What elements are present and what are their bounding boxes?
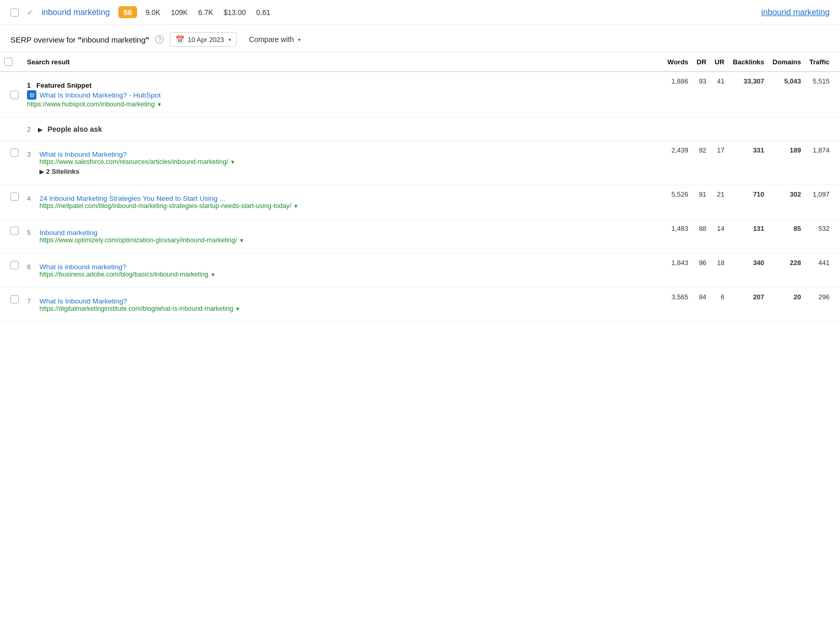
dr-cell: 96 (693, 254, 711, 288)
dr-cell: 92 (693, 141, 711, 185)
col-dr-header: DR (693, 52, 711, 72)
url-dropdown-icon[interactable]: ▼ (157, 102, 162, 107)
url-dropdown-icon[interactable]: ▼ (230, 159, 235, 165)
row-checkbox[interactable] (10, 227, 19, 235)
result-content-cell: 1 Featured Snippet ▤ What Is Inbound Mar… (23, 72, 663, 118)
table-row: 2 ▶ People also ask (0, 118, 840, 141)
row-number: 7 (27, 297, 34, 305)
dr-cell: 88 (693, 219, 711, 254)
words-cell: 5,526 (663, 185, 693, 219)
dr-cell: 93 (693, 72, 711, 118)
domains-cell[interactable]: 302 (768, 185, 805, 219)
featured-icon: ▤ (27, 90, 36, 100)
compare-dropdown-arrow: ▾ (298, 37, 301, 43)
domains-cell[interactable]: 85 (768, 219, 805, 254)
top-row-keyword-link[interactable]: inbound marketing (42, 8, 110, 17)
result-title-link[interactable]: What Is Inbound Marketing? - HubSpot (39, 91, 160, 99)
calendar-icon: 📅 (175, 35, 184, 44)
traffic-cell: 1,097 (805, 185, 840, 219)
compare-label: Compare with (249, 35, 294, 44)
domains-cell[interactable]: 189 (768, 141, 805, 185)
score-badge: 56 (118, 6, 138, 18)
url-dropdown-icon[interactable]: ▼ (293, 203, 299, 209)
ur-cell: 18 (711, 254, 729, 288)
result-url: https://www.hubspot.com/inbound-marketin… (27, 101, 155, 108)
header-checkbox[interactable] (4, 58, 12, 66)
expand-arrow-icon[interactable]: ▶ (39, 168, 44, 175)
row-checkbox[interactable] (10, 192, 19, 201)
backlinks-cell[interactable]: 340 (728, 254, 768, 288)
date-picker[interactable]: 📅 10 Apr 2023 ▾ (170, 32, 236, 47)
result-title-link[interactable]: What is inbound marketing? (39, 263, 215, 271)
serp-title: SERP overview for "inbound marketing" (10, 35, 149, 44)
table-row: 6 What is inbound marketing? https://bus… (0, 254, 840, 288)
url-dropdown-icon[interactable]: ▼ (210, 272, 215, 278)
top-row-checkbox[interactable] (10, 8, 19, 17)
backlinks-cell[interactable]: 33,307 (728, 72, 768, 118)
dr-cell: 84 (693, 288, 711, 322)
words-cell: 1,843 (663, 254, 693, 288)
backlinks-cell[interactable]: 131 (728, 219, 768, 254)
ur-cell: 41 (711, 72, 729, 118)
ur-cell: 17 (711, 141, 729, 185)
domains-cell[interactable]: 20 (768, 288, 805, 322)
row-number: 6 (27, 263, 34, 271)
domains-cell[interactable]: 228 (768, 254, 805, 288)
words-cell: 1,483 (663, 219, 693, 254)
traffic-cell: 532 (805, 219, 840, 254)
result-url: https://neilpatel.com/blog/inbound-marke… (39, 202, 291, 210)
row-checkbox[interactable] (10, 261, 19, 269)
table-row: 5 Inbound marketing https://www.optimize… (0, 219, 840, 254)
compare-with-button[interactable]: Compare with ▾ (243, 33, 307, 46)
col-checkbox-header (0, 52, 23, 72)
results-table: Search result Words DR UR Backlinks Doma… (0, 52, 840, 322)
backlinks-cell[interactable]: 331 (728, 141, 768, 185)
url-dropdown-icon[interactable]: ▼ (239, 238, 244, 243)
checkmark-icon: ✓ (27, 8, 33, 17)
dr-cell: 91 (693, 185, 711, 219)
stat-com: 0.61 (256, 8, 270, 17)
col-ur-header: UR (711, 52, 729, 72)
backlinks-cell[interactable]: 710 (728, 185, 768, 219)
people-ask-cell: 2 ▶ People also ask (23, 118, 840, 141)
row-number: 5 (27, 229, 34, 237)
result-title-link[interactable]: Inbound marketing (39, 229, 244, 237)
url-dropdown-icon[interactable]: ▼ (235, 306, 240, 312)
date-value: 10 Apr 2023 (187, 36, 224, 44)
row-checkbox-cell (0, 72, 23, 118)
featured-snippet-label: 1 Featured Snippet (27, 81, 659, 89)
people-also-ask-label: People also ask (47, 125, 102, 133)
stat-kd: 6.7K (198, 8, 213, 17)
result-title-link[interactable]: What is Inbound Marketing? (39, 150, 235, 158)
col-search-result-header: Search result (23, 52, 663, 72)
backlinks-cell[interactable]: 207 (728, 288, 768, 322)
result-content-cell: 3 What is Inbound Marketing? https://www… (23, 141, 663, 185)
row-number: 3 (27, 150, 34, 158)
result-title-link[interactable]: 24 Inbound Marketing Strategies You Need… (39, 195, 299, 202)
row-checkbox[interactable] (10, 148, 19, 157)
compare-keyword-link[interactable]: inbound marketing (761, 8, 830, 17)
col-words-header: Words (663, 52, 693, 72)
sitelinks-label: 2 Sitelinks (46, 168, 79, 175)
row-checkbox-cell (0, 185, 23, 219)
col-backlinks-header: Backlinks (728, 52, 768, 72)
traffic-cell: 5,515 (805, 72, 840, 118)
ur-cell: 21 (711, 185, 729, 219)
result-content-cell: 5 Inbound marketing https://www.optimize… (23, 219, 663, 254)
result-title-link[interactable]: What Is Inbound Marketing? (39, 297, 240, 305)
result-content-cell: 7 What Is Inbound Marketing? https://dig… (23, 288, 663, 322)
table-row: 7 What Is Inbound Marketing? https://dig… (0, 288, 840, 322)
stat-clicks: 109K (171, 8, 188, 17)
domains-cell[interactable]: 5,043 (768, 72, 805, 118)
help-icon[interactable]: ? (155, 35, 164, 44)
traffic-cell: 441 (805, 254, 840, 288)
stat-volume: 9.0K (145, 8, 160, 17)
row-checkbox[interactable] (10, 295, 19, 303)
ur-cell: 14 (711, 219, 729, 254)
row-checkbox-cell (0, 141, 23, 185)
expand-arrow-icon[interactable]: ▶ (38, 126, 43, 133)
row-checkbox-cell (0, 219, 23, 254)
row-checkbox[interactable] (10, 91, 19, 99)
words-cell: 1,886 (663, 72, 693, 118)
row-checkbox-cell (0, 254, 23, 288)
